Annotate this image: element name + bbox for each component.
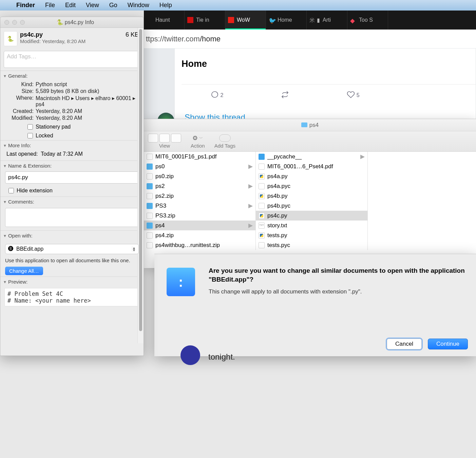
- zip-icon: [147, 232, 153, 238]
- menu-window[interactable]: Window: [128, 2, 149, 9]
- py-icon: [259, 232, 265, 238]
- section-name[interactable]: ▼Name & Extension:: [0, 160, 144, 170]
- menu-file[interactable]: File: [45, 2, 55, 9]
- selector-value: BBEdit.app: [16, 246, 43, 252]
- tab-toos[interactable]: ◆Too S: [347, 11, 388, 30]
- site-icon: 米: [309, 17, 316, 23]
- hideext-checkbox[interactable]: Hide extension: [0, 186, 144, 196]
- column-view-button[interactable]: [171, 134, 181, 142]
- tab-home[interactable]: 🐦Home: [266, 11, 307, 30]
- likes[interactable]: 5: [347, 91, 359, 99]
- section-label: More Info:: [8, 142, 31, 148]
- finder-row[interactable]: ps2▶: [144, 181, 255, 191]
- finder-row[interactable]: TXTstory.txt: [256, 221, 367, 230]
- continue-button[interactable]: Continue: [428, 339, 468, 349]
- finder-row[interactable]: MIT6_0001F16_ps1.pdf: [144, 152, 255, 161]
- modified-value: Yesterday, 8:20 AM: [42, 38, 85, 44]
- folder-icon: [147, 164, 153, 170]
- url-bar[interactable]: ttps://twitter.com/home: [144, 30, 476, 48]
- view-label: View: [159, 143, 170, 149]
- finder-row[interactable]: ps4a.pyc: [256, 181, 367, 191]
- finder-row[interactable]: tests.pyc: [256, 240, 367, 250]
- disclosure-icon: ▼: [3, 234, 7, 238]
- section-label: General:: [8, 73, 28, 79]
- finder-row[interactable]: tests.py: [256, 230, 367, 240]
- window-title: 🐍ps4c.py Info: [25, 19, 127, 25]
- tags-field[interactable]: Add Tags…: [4, 51, 140, 68]
- finder-row[interactable]: ps4b.pyc: [256, 201, 367, 211]
- comments-field[interactable]: [5, 208, 139, 227]
- retweet[interactable]: [281, 91, 289, 99]
- section-preview[interactable]: ▼Preview:: [0, 276, 144, 286]
- file-name: ps4a.pyc: [267, 183, 290, 190]
- tags-group[interactable]: Add Tags: [214, 133, 235, 149]
- tab-arti[interactable]: 米▮Arti: [307, 11, 347, 30]
- finder-row[interactable]: ps4a.py: [256, 171, 367, 181]
- finder-row[interactable]: PS3.zip: [144, 211, 255, 221]
- section-openwith[interactable]: ▼Open with:: [0, 230, 144, 240]
- finder-row[interactable]: PS3▶: [144, 201, 255, 211]
- disclosure-icon: ▼: [3, 280, 7, 284]
- section-moreinfo[interactable]: ▼More Info:: [0, 140, 144, 150]
- folder-icon: [147, 223, 153, 229]
- filename-input[interactable]: [5, 171, 139, 184]
- list-view-button[interactable]: [159, 134, 170, 142]
- stationery-input[interactable]: [27, 124, 33, 130]
- file-name: ps4withbug…runittest.zip: [155, 242, 220, 249]
- finder-row[interactable]: ps4.zip: [144, 230, 255, 240]
- finder-row[interactable]: ps4withbug…runittest.zip: [144, 240, 255, 250]
- menu-go[interactable]: Go: [109, 2, 117, 9]
- locked-input[interactable]: [27, 133, 33, 138]
- menu-help[interactable]: Help: [159, 2, 172, 9]
- tab-haunt[interactable]: Haunt: [144, 11, 185, 30]
- finder-row[interactable]: ps4▶: [144, 221, 255, 230]
- change-all-button[interactable]: Change All…: [5, 267, 43, 275]
- chevron-right-icon: ▶: [248, 183, 253, 190]
- app-selector[interactable]: 🅑BBEdit.app ▲▼: [5, 244, 139, 254]
- finder-toolbar: View ⚙︎﹀ Action Add Tags: [144, 131, 476, 152]
- minimize-button[interactable]: [12, 20, 17, 25]
- scrollbar[interactable]: [137, 28, 144, 343]
- folder-icon: [147, 203, 153, 209]
- file-name: ps4c.py: [267, 212, 287, 219]
- file-size: 6 KB: [126, 31, 139, 38]
- zoom-button[interactable]: [20, 20, 25, 25]
- menu-view[interactable]: View: [86, 2, 99, 9]
- icon-view-button[interactable]: [148, 134, 158, 142]
- section-general[interactable]: ▼General:: [0, 71, 144, 80]
- txt-icon: TXT: [259, 223, 265, 229]
- stationery-checkbox[interactable]: Stationery pad: [0, 122, 144, 131]
- finder-row[interactable]: ps4c.py: [256, 211, 367, 221]
- view-group[interactable]: View: [148, 133, 181, 149]
- finder-row[interactable]: ps0.zip: [144, 171, 255, 181]
- finder-row[interactable]: ps4b.py: [256, 191, 367, 201]
- zip-icon: [147, 193, 153, 199]
- app-name[interactable]: Finder: [16, 2, 35, 9]
- tab-label: Arti: [323, 17, 331, 23]
- close-button[interactable]: [4, 20, 9, 25]
- scroll-thumb[interactable]: [139, 29, 142, 331]
- menu-edit[interactable]: Edit: [65, 2, 76, 9]
- section-comments[interactable]: ▼Comments:: [0, 196, 144, 206]
- tab-tie[interactable]: Tie in: [185, 11, 225, 30]
- like-count: 5: [357, 92, 360, 98]
- finder-row[interactable]: ps2.zip: [144, 191, 255, 201]
- locked-checkbox[interactable]: Locked: [0, 131, 144, 140]
- finder-row[interactable]: MIT6_0001…6_Pset4.pdf: [256, 161, 367, 171]
- tab-wow[interactable]: WoW: [225, 11, 266, 30]
- finder-window: ps4 View ⚙︎﹀ Action Add Tags MIT6_0001F1…: [144, 119, 476, 268]
- tw-panel: Home 2 5: [174, 48, 476, 119]
- action-group[interactable]: ⚙︎﹀ Action: [191, 133, 205, 149]
- dialog-buttons: Cancel Continue: [387, 339, 468, 349]
- hideext-input[interactable]: [8, 188, 14, 193]
- replies[interactable]: 2: [211, 91, 223, 99]
- file-header: 🐍 ps4c.py6 KB Modified: Yesterday, 8:20 …: [0, 28, 144, 48]
- finder-row[interactable]: __pycache__▶: [256, 152, 367, 161]
- section-label: Name & Extension:: [8, 163, 52, 169]
- cancel-button[interactable]: Cancel: [387, 339, 422, 349]
- kind-label: Kind:: [0, 81, 34, 88]
- tab-label: Home: [278, 17, 292, 23]
- finder-row[interactable]: ps0▶: [144, 161, 255, 171]
- avatar[interactable]: [180, 345, 200, 365]
- modified-value: Yesterday, 8:20 AM: [36, 115, 139, 121]
